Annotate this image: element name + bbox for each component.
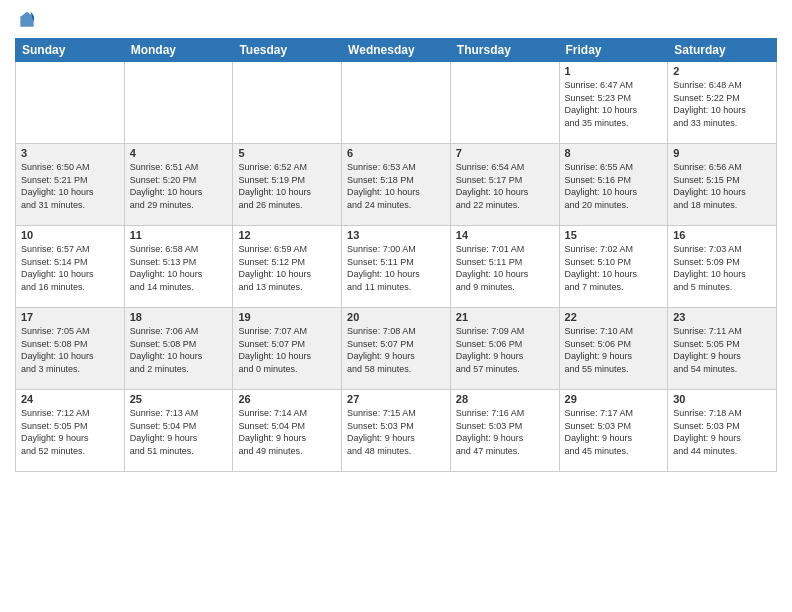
day-number: 29 xyxy=(565,393,663,405)
day-info: Sunrise: 6:51 AM Sunset: 5:20 PM Dayligh… xyxy=(130,161,228,211)
day-info: Sunrise: 7:06 AM Sunset: 5:08 PM Dayligh… xyxy=(130,325,228,375)
day-info: Sunrise: 7:05 AM Sunset: 5:08 PM Dayligh… xyxy=(21,325,119,375)
calendar-day-9: 9Sunrise: 6:56 AM Sunset: 5:15 PM Daylig… xyxy=(668,144,777,226)
calendar-week-row: 24Sunrise: 7:12 AM Sunset: 5:05 PM Dayli… xyxy=(16,390,777,472)
calendar-day-11: 11Sunrise: 6:58 AM Sunset: 5:13 PM Dayli… xyxy=(124,226,233,308)
day-number: 4 xyxy=(130,147,228,159)
day-info: Sunrise: 6:55 AM Sunset: 5:16 PM Dayligh… xyxy=(565,161,663,211)
calendar-empty-cell xyxy=(124,62,233,144)
calendar-empty-cell xyxy=(233,62,342,144)
day-number: 19 xyxy=(238,311,336,323)
logo-icon xyxy=(17,10,37,30)
day-header-monday: Monday xyxy=(124,39,233,62)
logo xyxy=(15,10,37,30)
day-number: 23 xyxy=(673,311,771,323)
day-info: Sunrise: 7:16 AM Sunset: 5:03 PM Dayligh… xyxy=(456,407,554,457)
day-info: Sunrise: 6:59 AM Sunset: 5:12 PM Dayligh… xyxy=(238,243,336,293)
calendar-day-29: 29Sunrise: 7:17 AM Sunset: 5:03 PM Dayli… xyxy=(559,390,668,472)
day-number: 18 xyxy=(130,311,228,323)
day-number: 15 xyxy=(565,229,663,241)
calendar-day-2: 2Sunrise: 6:48 AM Sunset: 5:22 PM Daylig… xyxy=(668,62,777,144)
day-number: 21 xyxy=(456,311,554,323)
calendar-day-27: 27Sunrise: 7:15 AM Sunset: 5:03 PM Dayli… xyxy=(342,390,451,472)
day-header-friday: Friday xyxy=(559,39,668,62)
calendar-empty-cell xyxy=(342,62,451,144)
day-info: Sunrise: 7:12 AM Sunset: 5:05 PM Dayligh… xyxy=(21,407,119,457)
day-info: Sunrise: 7:01 AM Sunset: 5:11 PM Dayligh… xyxy=(456,243,554,293)
day-number: 11 xyxy=(130,229,228,241)
calendar-day-13: 13Sunrise: 7:00 AM Sunset: 5:11 PM Dayli… xyxy=(342,226,451,308)
day-info: Sunrise: 6:58 AM Sunset: 5:13 PM Dayligh… xyxy=(130,243,228,293)
day-header-saturday: Saturday xyxy=(668,39,777,62)
day-number: 16 xyxy=(673,229,771,241)
calendar-page: SundayMondayTuesdayWednesdayThursdayFrid… xyxy=(0,0,792,612)
calendar-day-25: 25Sunrise: 7:13 AM Sunset: 5:04 PM Dayli… xyxy=(124,390,233,472)
day-number: 2 xyxy=(673,65,771,77)
day-number: 7 xyxy=(456,147,554,159)
day-info: Sunrise: 7:00 AM Sunset: 5:11 PM Dayligh… xyxy=(347,243,445,293)
calendar-empty-cell xyxy=(16,62,125,144)
day-info: Sunrise: 7:18 AM Sunset: 5:03 PM Dayligh… xyxy=(673,407,771,457)
calendar-week-row: 1Sunrise: 6:47 AM Sunset: 5:23 PM Daylig… xyxy=(16,62,777,144)
day-number: 3 xyxy=(21,147,119,159)
calendar-day-24: 24Sunrise: 7:12 AM Sunset: 5:05 PM Dayli… xyxy=(16,390,125,472)
calendar-day-17: 17Sunrise: 7:05 AM Sunset: 5:08 PM Dayli… xyxy=(16,308,125,390)
day-header-wednesday: Wednesday xyxy=(342,39,451,62)
calendar-empty-cell xyxy=(450,62,559,144)
day-number: 27 xyxy=(347,393,445,405)
day-number: 26 xyxy=(238,393,336,405)
calendar-day-8: 8Sunrise: 6:55 AM Sunset: 5:16 PM Daylig… xyxy=(559,144,668,226)
day-info: Sunrise: 6:57 AM Sunset: 5:14 PM Dayligh… xyxy=(21,243,119,293)
day-number: 10 xyxy=(21,229,119,241)
calendar-week-row: 3Sunrise: 6:50 AM Sunset: 5:21 PM Daylig… xyxy=(16,144,777,226)
day-info: Sunrise: 7:10 AM Sunset: 5:06 PM Dayligh… xyxy=(565,325,663,375)
calendar-day-15: 15Sunrise: 7:02 AM Sunset: 5:10 PM Dayli… xyxy=(559,226,668,308)
day-info: Sunrise: 6:47 AM Sunset: 5:23 PM Dayligh… xyxy=(565,79,663,129)
page-header xyxy=(15,10,777,30)
calendar-day-16: 16Sunrise: 7:03 AM Sunset: 5:09 PM Dayli… xyxy=(668,226,777,308)
day-number: 28 xyxy=(456,393,554,405)
calendar-day-6: 6Sunrise: 6:53 AM Sunset: 5:18 PM Daylig… xyxy=(342,144,451,226)
calendar-day-4: 4Sunrise: 6:51 AM Sunset: 5:20 PM Daylig… xyxy=(124,144,233,226)
day-number: 6 xyxy=(347,147,445,159)
day-info: Sunrise: 7:08 AM Sunset: 5:07 PM Dayligh… xyxy=(347,325,445,375)
day-info: Sunrise: 7:14 AM Sunset: 5:04 PM Dayligh… xyxy=(238,407,336,457)
calendar-day-5: 5Sunrise: 6:52 AM Sunset: 5:19 PM Daylig… xyxy=(233,144,342,226)
day-number: 17 xyxy=(21,311,119,323)
day-info: Sunrise: 6:50 AM Sunset: 5:21 PM Dayligh… xyxy=(21,161,119,211)
calendar-day-19: 19Sunrise: 7:07 AM Sunset: 5:07 PM Dayli… xyxy=(233,308,342,390)
day-header-thursday: Thursday xyxy=(450,39,559,62)
day-info: Sunrise: 7:09 AM Sunset: 5:06 PM Dayligh… xyxy=(456,325,554,375)
calendar-day-3: 3Sunrise: 6:50 AM Sunset: 5:21 PM Daylig… xyxy=(16,144,125,226)
calendar-day-20: 20Sunrise: 7:08 AM Sunset: 5:07 PM Dayli… xyxy=(342,308,451,390)
day-number: 13 xyxy=(347,229,445,241)
calendar-day-26: 26Sunrise: 7:14 AM Sunset: 5:04 PM Dayli… xyxy=(233,390,342,472)
day-number: 12 xyxy=(238,229,336,241)
day-info: Sunrise: 6:56 AM Sunset: 5:15 PM Dayligh… xyxy=(673,161,771,211)
day-info: Sunrise: 7:11 AM Sunset: 5:05 PM Dayligh… xyxy=(673,325,771,375)
calendar-day-22: 22Sunrise: 7:10 AM Sunset: 5:06 PM Dayli… xyxy=(559,308,668,390)
day-info: Sunrise: 6:48 AM Sunset: 5:22 PM Dayligh… xyxy=(673,79,771,129)
calendar-week-row: 10Sunrise: 6:57 AM Sunset: 5:14 PM Dayli… xyxy=(16,226,777,308)
day-number: 25 xyxy=(130,393,228,405)
calendar-day-21: 21Sunrise: 7:09 AM Sunset: 5:06 PM Dayli… xyxy=(450,308,559,390)
day-number: 1 xyxy=(565,65,663,77)
calendar-day-7: 7Sunrise: 6:54 AM Sunset: 5:17 PM Daylig… xyxy=(450,144,559,226)
calendar-day-1: 1Sunrise: 6:47 AM Sunset: 5:23 PM Daylig… xyxy=(559,62,668,144)
calendar-day-28: 28Sunrise: 7:16 AM Sunset: 5:03 PM Dayli… xyxy=(450,390,559,472)
day-number: 8 xyxy=(565,147,663,159)
calendar-header-row: SundayMondayTuesdayWednesdayThursdayFrid… xyxy=(16,39,777,62)
day-header-tuesday: Tuesday xyxy=(233,39,342,62)
day-info: Sunrise: 7:03 AM Sunset: 5:09 PM Dayligh… xyxy=(673,243,771,293)
day-header-sunday: Sunday xyxy=(16,39,125,62)
calendar-table: SundayMondayTuesdayWednesdayThursdayFrid… xyxy=(15,38,777,472)
calendar-day-10: 10Sunrise: 6:57 AM Sunset: 5:14 PM Dayli… xyxy=(16,226,125,308)
calendar-day-30: 30Sunrise: 7:18 AM Sunset: 5:03 PM Dayli… xyxy=(668,390,777,472)
calendar-day-12: 12Sunrise: 6:59 AM Sunset: 5:12 PM Dayli… xyxy=(233,226,342,308)
day-number: 5 xyxy=(238,147,336,159)
day-number: 20 xyxy=(347,311,445,323)
day-number: 30 xyxy=(673,393,771,405)
calendar-day-23: 23Sunrise: 7:11 AM Sunset: 5:05 PM Dayli… xyxy=(668,308,777,390)
day-info: Sunrise: 7:15 AM Sunset: 5:03 PM Dayligh… xyxy=(347,407,445,457)
day-info: Sunrise: 7:02 AM Sunset: 5:10 PM Dayligh… xyxy=(565,243,663,293)
